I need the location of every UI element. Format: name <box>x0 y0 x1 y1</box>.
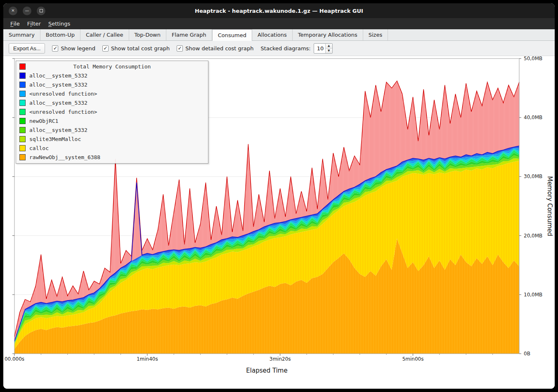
legend-item: <unresolved function> <box>16 89 208 98</box>
tab-sizes[interactable]: Sizes <box>363 29 388 40</box>
chart-panel[interactable]: 00.000s1min40s3min20s5min00s0B10,0MB20,0… <box>3 56 555 389</box>
tab-caller-callee[interactable]: Caller / Callee <box>80 29 129 40</box>
legend-swatch <box>19 145 26 151</box>
checkbox-label: Show total cost graph <box>111 45 170 52</box>
legend-swatch <box>19 73 26 79</box>
stacked-diagrams-group: Stacked diagrams: 10 ▲ ▼ <box>261 43 333 54</box>
tab-flame-graph[interactable]: Flame Graph <box>166 29 212 40</box>
legend-item: <unresolved function> <box>16 107 208 116</box>
x-tick-label: 00.000s <box>5 356 24 362</box>
y-tick-label: 0B <box>524 351 530 357</box>
legend-item-label: calloc <box>29 145 49 151</box>
legend-item: alloc__system_5332 <box>16 125 208 134</box>
titlebar[interactable]: ✕ — Heaptrack - heaptrack.wakunode.1.gz … <box>3 3 555 18</box>
spinbox-buttons: ▲ ▼ <box>325 44 332 53</box>
tab-top-down[interactable]: Top-Down <box>129 29 166 40</box>
stacked-diagrams-spinbox[interactable]: 10 ▲ ▼ <box>314 43 333 54</box>
menu-file[interactable]: File <box>7 18 24 29</box>
legend-title-row: Total Memory Consumption <box>16 62 208 71</box>
x-tick-label: 5min00s <box>402 356 424 362</box>
legend-item-label: alloc__system_5332 <box>29 73 87 79</box>
checkbox-label: Show detailed cost graph <box>185 45 253 52</box>
show-detailed-cost-graph-checkbox[interactable]: ✓Show detailed cost graph <box>177 45 253 52</box>
screenshot-root: ✕ — Heaptrack - heaptrack.wakunode.1.gz … <box>0 0 558 392</box>
legend-item: rawNewObj__system_6388 <box>16 153 208 162</box>
checkbox-mark: ✓ <box>102 45 109 52</box>
tab-bar: SummaryBottom-UpCaller / CalleeTop-DownF… <box>3 29 555 41</box>
y-axis-title: Memory Consumed <box>546 176 553 236</box>
y-tick-label: 10,0MB <box>524 292 542 298</box>
legend-item: sqlite3MemMalloc <box>16 134 208 143</box>
maximize-icon <box>40 9 43 12</box>
tab-bottom-up[interactable]: Bottom-Up <box>40 29 80 40</box>
tab-temporary-allocations[interactable]: Temporary Allocations <box>293 29 363 40</box>
y-tick-label: 30,0MB <box>524 174 542 179</box>
legend-swatch <box>19 154 26 160</box>
y-tick-label: 50,0MB <box>524 56 542 61</box>
x-axis-title: Elapsed Time <box>246 367 287 374</box>
legend-item: alloc__system_5332 <box>16 80 208 89</box>
menu-settings[interactable]: Settings <box>45 18 74 29</box>
legend-item: calloc <box>16 143 208 153</box>
x-tick-label: 3min20s <box>270 356 291 362</box>
legend-item: alloc__system_5332 <box>16 98 208 107</box>
legend-swatch <box>19 109 26 115</box>
tab-allocations[interactable]: Allocations <box>252 29 293 40</box>
minimize-button[interactable]: — <box>23 7 31 15</box>
legend-title: Total Memory Consumption <box>16 63 208 70</box>
checkbox-row: ✓Show legend✓Show total cost graph✓Show … <box>52 45 253 52</box>
spinbox-value[interactable]: 10 <box>314 44 325 53</box>
stacked-diagrams-label: Stacked diagrams: <box>261 45 311 52</box>
legend-item-label: sqlite3MemMalloc <box>29 136 81 142</box>
menu-filter[interactable]: Filter <box>24 18 45 29</box>
legend-item: alloc__system_5332 <box>16 71 208 80</box>
legend-swatch <box>19 82 26 88</box>
y-tick-label: 20,0MB <box>524 233 542 239</box>
close-button[interactable]: ✕ <box>9 7 17 15</box>
show-legend-checkbox[interactable]: ✓Show legend <box>52 45 95 52</box>
legend-swatch <box>19 136 26 142</box>
legend-swatch <box>19 100 26 106</box>
window-buttons: ✕ — <box>9 3 45 18</box>
tab-consumed[interactable]: Consumed <box>212 29 252 41</box>
tab-summary[interactable]: Summary <box>3 29 40 40</box>
spin-up-button[interactable]: ▲ <box>326 44 332 48</box>
legend-item-label: <unresolved function> <box>29 109 97 115</box>
toolbar: Export As... ✓Show legend✓Show total cos… <box>3 41 555 56</box>
chart-legend: Total Memory Consumption alloc__system_5… <box>16 61 208 164</box>
legend-item-label: alloc__system_5332 <box>29 127 87 133</box>
legend-swatch <box>19 91 26 97</box>
legend-swatch <box>19 118 26 124</box>
legend-title-swatch <box>19 63 26 70</box>
window-title: Heaptrack - heaptrack.wakunode.1.gz — He… <box>195 8 363 14</box>
legend-item-label: alloc__system_5332 <box>29 100 87 106</box>
y-tick-label: 40,0MB <box>524 115 542 120</box>
checkbox-mark: ✓ <box>52 45 58 52</box>
legend-item-label: newObjRC1 <box>29 118 58 124</box>
legend-item-label: rawNewObj__system_6388 <box>29 154 100 160</box>
export-as-button[interactable]: Export As... <box>9 43 45 54</box>
legend-swatch <box>19 127 26 133</box>
legend-item-label: alloc__system_5332 <box>29 82 87 88</box>
x-tick-label: 1min40s <box>137 356 158 362</box>
checkbox-mark: ✓ <box>177 45 183 52</box>
spin-down-button[interactable]: ▼ <box>326 48 332 53</box>
maximize-button[interactable] <box>37 7 45 15</box>
heaptrack-window: ✕ — Heaptrack - heaptrack.wakunode.1.gz … <box>3 3 555 389</box>
menubar: FileFilterSettings <box>3 18 555 29</box>
legend-item-label: <unresolved function> <box>29 91 97 97</box>
show-total-cost-graph-checkbox[interactable]: ✓Show total cost graph <box>102 45 170 52</box>
legend-item: newObjRC1 <box>16 116 208 125</box>
checkbox-label: Show legend <box>61 45 95 52</box>
